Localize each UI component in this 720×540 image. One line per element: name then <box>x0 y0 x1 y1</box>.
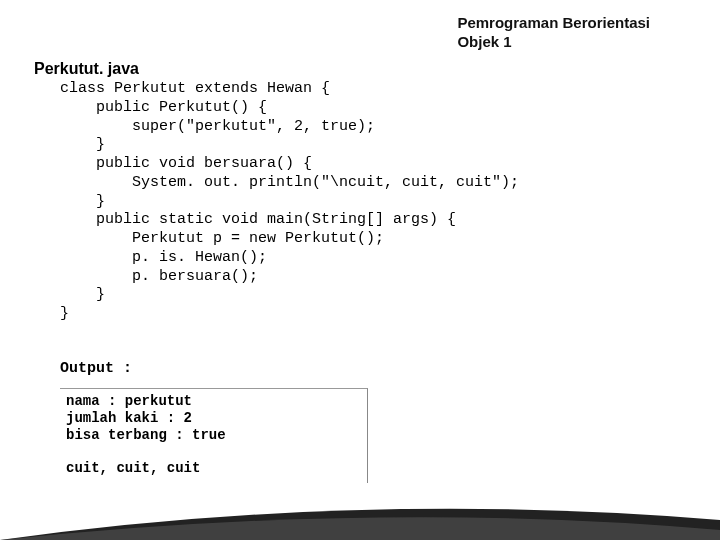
slide-header: Pemrograman Berorientasi Objek 1 <box>457 14 650 52</box>
file-title: Perkutut. java <box>34 60 139 78</box>
header-line-2: Objek 1 <box>457 33 650 52</box>
code-block: class Perkutut extends Hewan { public Pe… <box>60 80 519 324</box>
output-label: Output : <box>60 360 132 377</box>
header-line-1: Pemrograman Berorientasi <box>457 14 650 33</box>
output-box: nama : perkutut jumlah kaki : 2 bisa ter… <box>60 388 368 483</box>
